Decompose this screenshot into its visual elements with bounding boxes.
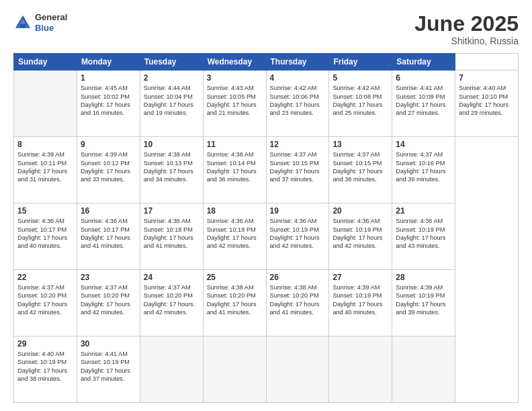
cell-info: Sunrise: 4:37 AMSunset: 10:15 PMDaylight… bbox=[270, 150, 326, 184]
calendar-cell: 27Sunrise: 4:39 AMSunset: 10:19 PMDaylig… bbox=[329, 270, 392, 336]
calendar-cell: 9Sunrise: 4:39 AMSunset: 10:12 PMDayligh… bbox=[77, 137, 140, 203]
cell-info: Sunrise: 4:38 AMSunset: 10:14 PMDaylight… bbox=[207, 150, 263, 184]
location: Shitkino, Russia bbox=[414, 36, 519, 46]
day-number: 23 bbox=[81, 273, 136, 282]
calendar-cell: 1Sunrise: 4:45 AMSunset: 10:02 PMDayligh… bbox=[77, 71, 140, 137]
calendar-week-row: 1Sunrise: 4:45 AMSunset: 10:02 PMDayligh… bbox=[14, 71, 519, 137]
day-number: 20 bbox=[332, 206, 388, 216]
calendar-week-row: 15Sunrise: 4:36 AMSunset: 10:17 PMDaylig… bbox=[14, 203, 519, 270]
cell-info: Sunrise: 4:37 AMSunset: 10:16 PMDaylight… bbox=[396, 150, 451, 184]
calendar-cell: 7Sunrise: 4:40 AMSunset: 10:10 PMDayligh… bbox=[455, 71, 519, 137]
calendar-cell bbox=[392, 336, 455, 403]
cell-info: Sunrise: 4:38 AMSunset: 10:20 PMDaylight… bbox=[207, 283, 263, 317]
calendar-cell: 18Sunrise: 4:36 AMSunset: 10:18 PMDaylig… bbox=[203, 203, 266, 270]
cell-info: Sunrise: 4:36 AMSunset: 10:18 PMDaylight… bbox=[207, 217, 263, 250]
calendar-cell bbox=[14, 71, 77, 137]
day-number: 26 bbox=[270, 273, 326, 282]
calendar-cell: 16Sunrise: 4:36 AMSunset: 10:17 PMDaylig… bbox=[77, 203, 140, 270]
cell-info: Sunrise: 4:44 AMSunset: 10:04 PMDaylight… bbox=[144, 84, 200, 118]
day-number: 6 bbox=[396, 73, 451, 83]
day-number: 14 bbox=[396, 140, 451, 149]
day-number: 19 bbox=[270, 206, 326, 216]
cell-info: Sunrise: 4:36 AMSunset: 10:19 PMDaylight… bbox=[332, 217, 388, 250]
day-number: 5 bbox=[332, 73, 388, 83]
calendar-cell: 26Sunrise: 4:38 AMSunset: 10:20 PMDaylig… bbox=[266, 270, 329, 336]
day-number: 18 bbox=[207, 206, 263, 216]
calendar-cell: 2Sunrise: 4:44 AMSunset: 10:04 PMDayligh… bbox=[140, 71, 203, 137]
calendar-cell: 30Sunrise: 4:41 AMSunset: 10:19 PMDaylig… bbox=[77, 336, 140, 403]
cell-info: Sunrise: 4:39 AMSunset: 10:12 PMDaylight… bbox=[81, 150, 136, 184]
cell-info: Sunrise: 4:39 AMSunset: 10:19 PMDaylight… bbox=[332, 283, 388, 317]
day-number: 4 bbox=[270, 73, 326, 83]
weekday-header: Saturday bbox=[392, 54, 455, 71]
calendar-week-row: 22Sunrise: 4:37 AMSunset: 10:20 PMDaylig… bbox=[14, 270, 519, 336]
day-number: 7 bbox=[459, 73, 515, 83]
logo-text: General Blue bbox=[35, 12, 67, 33]
cell-info: Sunrise: 4:43 AMSunset: 10:05 PMDaylight… bbox=[207, 84, 263, 118]
day-number: 15 bbox=[17, 206, 73, 216]
cell-info: Sunrise: 4:42 AMSunset: 10:06 PMDaylight… bbox=[270, 84, 326, 118]
calendar-cell: 15Sunrise: 4:36 AMSunset: 10:17 PMDaylig… bbox=[14, 203, 77, 270]
calendar-cell bbox=[266, 336, 329, 403]
weekday-header: Sunday bbox=[14, 54, 77, 71]
weekday-header: Thursday bbox=[266, 54, 329, 71]
cell-info: Sunrise: 4:37 AMSunset: 10:15 PMDaylight… bbox=[332, 150, 388, 184]
day-number: 8 bbox=[17, 140, 73, 149]
day-number: 27 bbox=[332, 273, 388, 282]
cell-info: Sunrise: 4:36 AMSunset: 10:17 PMDaylight… bbox=[17, 217, 73, 250]
cell-info: Sunrise: 4:36 AMSunset: 10:17 PMDaylight… bbox=[81, 217, 136, 250]
calendar-cell bbox=[329, 336, 392, 403]
calendar-cell: 24Sunrise: 4:37 AMSunset: 10:20 PMDaylig… bbox=[140, 270, 203, 336]
weekday-header: Wednesday bbox=[203, 54, 266, 71]
header: General Blue June 2025 Shitkino, Russia bbox=[13, 12, 519, 46]
calendar-cell: 13Sunrise: 4:37 AMSunset: 10:15 PMDaylig… bbox=[329, 137, 392, 203]
cell-info: Sunrise: 4:37 AMSunset: 10:20 PMDaylight… bbox=[17, 283, 73, 317]
cell-info: Sunrise: 4:45 AMSunset: 10:02 PMDaylight… bbox=[81, 84, 136, 118]
cell-info: Sunrise: 4:37 AMSunset: 10:20 PMDaylight… bbox=[81, 283, 136, 317]
cell-info: Sunrise: 4:36 AMSunset: 10:19 PMDaylight… bbox=[396, 217, 451, 250]
day-number: 24 bbox=[144, 273, 200, 282]
logo-general: General bbox=[35, 12, 67, 23]
calendar-page: General Blue June 2025 Shitkino, Russia … bbox=[0, 0, 532, 411]
logo: General Blue bbox=[13, 12, 67, 33]
day-number: 22 bbox=[17, 273, 73, 282]
cell-info: Sunrise: 4:36 AMSunset: 10:19 PMDaylight… bbox=[270, 217, 326, 250]
day-number: 28 bbox=[396, 273, 451, 282]
day-number: 1 bbox=[81, 73, 136, 83]
weekday-header: Monday bbox=[77, 54, 140, 71]
calendar-cell: 29Sunrise: 4:40 AMSunset: 10:19 PMDaylig… bbox=[14, 336, 77, 403]
calendar-cell: 8Sunrise: 4:39 AMSunset: 10:11 PMDayligh… bbox=[14, 137, 77, 203]
day-number: 21 bbox=[396, 206, 451, 216]
logo-blue: Blue bbox=[35, 23, 67, 34]
day-number: 25 bbox=[207, 273, 263, 282]
day-number: 10 bbox=[144, 140, 200, 149]
calendar-cell: 19Sunrise: 4:36 AMSunset: 10:19 PMDaylig… bbox=[266, 203, 329, 270]
calendar-cell: 23Sunrise: 4:37 AMSunset: 10:20 PMDaylig… bbox=[77, 270, 140, 336]
calendar-cell: 6Sunrise: 4:41 AMSunset: 10:09 PMDayligh… bbox=[392, 71, 455, 137]
day-number: 29 bbox=[17, 339, 73, 349]
cell-info: Sunrise: 4:40 AMSunset: 10:10 PMDaylight… bbox=[459, 84, 515, 118]
calendar-cell: 3Sunrise: 4:43 AMSunset: 10:05 PMDayligh… bbox=[203, 71, 266, 137]
cell-info: Sunrise: 4:41 AMSunset: 10:09 PMDaylight… bbox=[396, 84, 451, 118]
calendar-cell: 22Sunrise: 4:37 AMSunset: 10:20 PMDaylig… bbox=[14, 270, 77, 336]
weekday-header-row: SundayMondayTuesdayWednesdayThursdayFrid… bbox=[14, 54, 519, 71]
day-number: 30 bbox=[81, 339, 136, 349]
calendar-cell: 10Sunrise: 4:38 AMSunset: 10:13 PMDaylig… bbox=[140, 137, 203, 203]
calendar-week-row: 8Sunrise: 4:39 AMSunset: 10:11 PMDayligh… bbox=[14, 137, 519, 203]
calendar-cell: 17Sunrise: 4:36 AMSunset: 10:18 PMDaylig… bbox=[140, 203, 203, 270]
day-number: 13 bbox=[332, 140, 388, 149]
calendar-cell: 20Sunrise: 4:36 AMSunset: 10:19 PMDaylig… bbox=[329, 203, 392, 270]
cell-info: Sunrise: 4:40 AMSunset: 10:19 PMDaylight… bbox=[17, 350, 73, 383]
cell-info: Sunrise: 4:39 AMSunset: 10:11 PMDaylight… bbox=[17, 150, 73, 184]
calendar-cell: 25Sunrise: 4:38 AMSunset: 10:20 PMDaylig… bbox=[203, 270, 266, 336]
calendar-cell: 4Sunrise: 4:42 AMSunset: 10:06 PMDayligh… bbox=[266, 71, 329, 137]
month-title: June 2025 bbox=[414, 12, 519, 36]
logo-icon bbox=[13, 13, 32, 32]
calendar-cell: 14Sunrise: 4:37 AMSunset: 10:16 PMDaylig… bbox=[392, 137, 455, 203]
day-number: 12 bbox=[270, 140, 326, 149]
weekday-header: Tuesday bbox=[140, 54, 203, 71]
cell-info: Sunrise: 4:41 AMSunset: 10:19 PMDaylight… bbox=[81, 350, 136, 383]
day-number: 16 bbox=[81, 206, 136, 216]
weekday-header: Friday bbox=[329, 54, 392, 71]
cell-info: Sunrise: 4:36 AMSunset: 10:18 PMDaylight… bbox=[144, 217, 200, 250]
